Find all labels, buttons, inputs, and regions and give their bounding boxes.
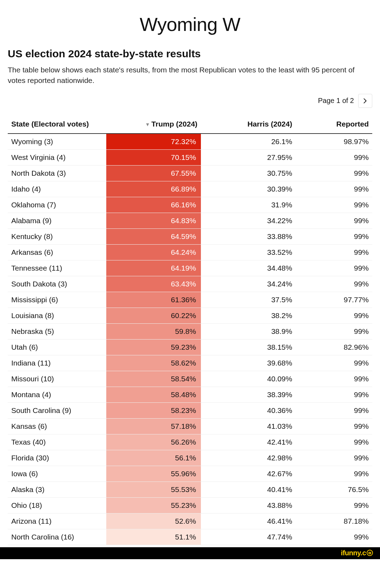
table-row: Louisiana (8)60.22%38.2%99% [8, 308, 372, 323]
cell-harris: 42.98% [201, 450, 296, 466]
cell-harris: 26.1% [201, 134, 296, 150]
pager: Page 1 of 2 [8, 94, 372, 108]
cell-harris: 42.67% [201, 466, 296, 482]
cell-trump: 57.18% [106, 418, 201, 434]
cell-harris: 39.68% [201, 355, 296, 371]
section-description: The table below shows each state's resul… [8, 65, 372, 86]
cell-reported: 82.96% [296, 339, 372, 355]
cell-trump: 72.32% [106, 134, 201, 150]
sort-desc-icon: ▼ [145, 122, 150, 127]
cell-state: Alabama (9) [8, 213, 106, 228]
cell-trump: 59.23% [106, 339, 201, 355]
table-row: South Carolina (9)58.23%40.36%99% [8, 402, 372, 418]
cell-trump: 58.48% [106, 387, 201, 402]
section-heading: US election 2024 state-by-state results [8, 48, 372, 60]
cell-state: Wyoming (3) [8, 134, 106, 150]
cell-harris: 38.15% [201, 339, 296, 355]
cell-reported: 99% [296, 149, 372, 165]
cell-state: Alaska (3) [8, 482, 106, 497]
cell-reported: 99% [296, 402, 372, 418]
table-row: West Virginia (4)70.15%27.95%99% [8, 149, 372, 165]
cell-trump: 64.83% [106, 213, 201, 228]
table-row: Alaska (3)55.53%40.41%76.5% [8, 482, 372, 497]
cell-trump: 70.15% [106, 149, 201, 165]
cell-harris: 31.9% [201, 197, 296, 213]
cell-trump: 58.23% [106, 402, 201, 418]
cell-reported: 99% [296, 197, 372, 213]
cell-state: Kansas (6) [8, 418, 106, 434]
table-row: Nebraska (5)59.8%38.9%99% [8, 323, 372, 339]
cell-trump: 58.62% [106, 355, 201, 371]
table-row: Missouri (10)58.54%40.09%99% [8, 371, 372, 387]
cell-state: Louisiana (8) [8, 308, 106, 323]
cell-state: South Dakota (3) [8, 276, 106, 292]
cell-state: Kentucky (8) [8, 228, 106, 244]
table-row: Arkansas (6)64.24%33.52%99% [8, 244, 372, 260]
cell-state: Mississippi (6) [8, 292, 106, 308]
cell-harris: 38.9% [201, 323, 296, 339]
table-row: Wyoming (3)72.32%26.1%98.97% [8, 134, 372, 150]
cell-state: Ohio (18) [8, 497, 106, 513]
cell-state: North Carolina (16) [8, 529, 106, 545]
table-row: Florida (30)56.1%42.98%99% [8, 450, 372, 466]
cell-harris: 43.88% [201, 497, 296, 513]
table-row: Texas (40)56.26%42.41%99% [8, 434, 372, 450]
cell-harris: 30.75% [201, 165, 296, 181]
page-title: Wyoming W [8, 13, 372, 35]
cell-reported: 99% [296, 450, 372, 466]
col-harris-header[interactable]: Harris (2024) [201, 116, 296, 134]
cell-harris: 34.24% [201, 276, 296, 292]
cell-reported: 99% [296, 165, 372, 181]
cell-state: Oklahoma (7) [8, 197, 106, 213]
chevron-right-icon [363, 98, 368, 103]
cell-trump: 56.26% [106, 434, 201, 450]
table-row: Alabama (9)64.83%34.22%99% [8, 213, 372, 228]
cell-reported: 99% [296, 276, 372, 292]
cell-trump: 66.89% [106, 181, 201, 197]
table-row: Indiana (11)58.62%39.68%99% [8, 355, 372, 371]
cell-reported: 99% [296, 181, 372, 197]
col-state-header[interactable]: State (Electoral votes) [8, 116, 106, 134]
table-row: Arizona (11)52.6%46.41%87.18% [8, 513, 372, 529]
cell-reported: 99% [296, 529, 372, 545]
cell-state: South Carolina (9) [8, 402, 106, 418]
cell-state: Florida (30) [8, 450, 106, 466]
cell-trump: 67.55% [106, 165, 201, 181]
watermark: ifunny.c [341, 549, 373, 557]
cell-reported: 99% [296, 466, 372, 482]
cell-harris: 46.41% [201, 513, 296, 529]
cell-state: Iowa (6) [8, 466, 106, 482]
cell-harris: 30.39% [201, 181, 296, 197]
cell-trump: 64.24% [106, 244, 201, 260]
cell-reported: 99% [296, 418, 372, 434]
pager-next-button[interactable] [358, 94, 372, 108]
cell-state: Idaho (4) [8, 181, 106, 197]
table-row: Kansas (6)57.18%41.03%99% [8, 418, 372, 434]
cell-trump: 59.8% [106, 323, 201, 339]
cell-harris: 33.52% [201, 244, 296, 260]
table-row: Ohio (18)55.23%43.88%99% [8, 497, 372, 513]
cell-reported: 97.77% [296, 292, 372, 308]
cell-harris: 33.88% [201, 228, 296, 244]
col-reported-header[interactable]: Reported [296, 116, 372, 134]
cell-harris: 37.5% [201, 292, 296, 308]
cell-reported: 99% [296, 434, 372, 450]
col-trump-header[interactable]: ▼Trump (2024) [106, 116, 201, 134]
cell-reported: 98.97% [296, 134, 372, 150]
cell-harris: 42.41% [201, 434, 296, 450]
cell-reported: 99% [296, 323, 372, 339]
results-table: State (Electoral votes) ▼Trump (2024) Ha… [8, 116, 372, 545]
cell-reported: 99% [296, 371, 372, 387]
cell-reported: 76.5% [296, 482, 372, 497]
table-row: North Dakota (3)67.55%30.75%99% [8, 165, 372, 181]
cell-reported: 87.18% [296, 513, 372, 529]
cell-reported: 99% [296, 387, 372, 402]
cell-trump: 55.96% [106, 466, 201, 482]
table-row: Kentucky (8)64.59%33.88%99% [8, 228, 372, 244]
cell-harris: 40.09% [201, 371, 296, 387]
cell-harris: 38.39% [201, 387, 296, 402]
table-row: Idaho (4)66.89%30.39%99% [8, 181, 372, 197]
cell-harris: 34.48% [201, 260, 296, 276]
cell-reported: 99% [296, 355, 372, 371]
cell-state: Indiana (11) [8, 355, 106, 371]
